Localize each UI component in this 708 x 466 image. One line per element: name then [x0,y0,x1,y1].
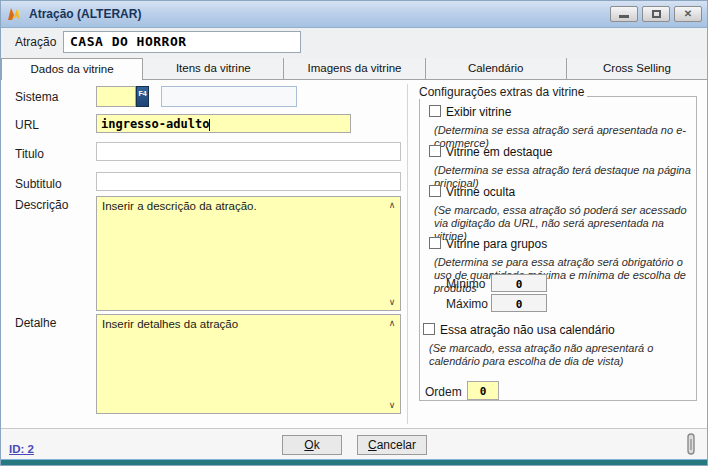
sistema-code-input[interactable] [96,86,136,107]
text-cursor [209,119,210,131]
tab-cross-selling[interactable]: Cross Selling [567,58,707,79]
close-icon: ✕ [684,9,692,19]
sem-calendario-note: (Se marcado, essa atração não apresentar… [429,342,687,368]
tab-itens-da-vitrine[interactable]: Itens da vitrine [143,58,284,79]
exibir-vitrine-checkbox[interactable] [429,105,441,117]
scroll-up-icon[interactable]: ∧ [386,318,398,328]
vitrine-oculta-label: Vitrine oculta [446,185,515,199]
detalhe-value: Inserir detalhes da atração [102,318,238,330]
ordem-label: Ordem [425,385,462,399]
footer-bar: ID: 2 Ok Cancelar [1,428,707,459]
ok-button-label: Ok [283,436,341,452]
subtitulo-input[interactable] [96,172,401,191]
cancel-button[interactable]: Cancelar [357,435,427,455]
descricao-label: Descrição [15,198,68,212]
descricao-textarea[interactable]: Inserir a descrição da atração. ∧ ∨ [96,196,401,311]
record-id-link[interactable]: ID: 2 [9,443,34,455]
vitrine-oculta-checkbox[interactable] [429,185,441,197]
vitrine-grupos-label: Vitrine para grupos [446,237,547,251]
url-value: ingresso-adulto [101,117,209,131]
ok-button[interactable]: Ok [282,435,342,455]
tab-content-dados-da-vitrine: Sistema F4 URL ingresso-adulto Titulo Su… [1,80,707,428]
scroll-down-icon[interactable]: ∨ [386,297,398,307]
detalhe-label: Detalhe [15,316,56,330]
scroll-down-icon[interactable]: ∨ [386,400,398,410]
sistema-label: Sistema [15,90,58,104]
url-label: URL [15,118,39,132]
paperclip-attachment-icon[interactable] [685,432,697,457]
attraction-label: Atração [15,35,56,49]
sem-calendario-checkbox[interactable] [423,323,435,335]
minimo-label: Mínimo [446,277,485,291]
sistema-description-field [161,86,297,107]
exibir-vitrine-label: Exibir vitrine [446,105,511,119]
subtitulo-label: Subtitulo [15,177,62,191]
window-bottom-edge [1,459,707,466]
close-button[interactable]: ✕ [674,6,702,22]
window-title: Atração (ALTERAR) [29,7,141,21]
maximize-icon [652,10,661,18]
title-bar: Atração (ALTERAR) ✕ [1,1,707,28]
app-logo-icon [7,7,23,22]
header-strip: Atração CASA DO HORROR [1,28,707,58]
extras-group-title: Configurações extras da vitrine [416,85,587,99]
tab-dados-da-vitrine[interactable]: Dados da vitrine [1,58,143,81]
cancel-button-label: Cancelar [358,436,426,452]
ordem-input[interactable]: 0 [467,381,499,400]
tab-bar: Dados da vitrine Itens da vitrine Imagen… [1,58,707,80]
descricao-value: Inserir a descrição da atração. [102,200,257,212]
attraction-dialog-window: Atração (ALTERAR) ✕ Atração CASA DO HORR… [0,0,708,466]
titulo-label: Titulo [15,147,44,161]
vitrine-destaque-checkbox[interactable] [429,145,441,157]
attraction-name-field[interactable]: CASA DO HORROR [63,31,301,53]
url-input[interactable]: ingresso-adulto [96,114,351,133]
content-divider [407,84,408,424]
vitrine-destaque-label: Vitrine em destaque [446,145,553,159]
sistema-f4-lookup-button[interactable]: F4 [136,86,149,107]
minimize-icon [619,15,629,18]
maximize-button[interactable] [642,6,670,22]
minimo-input[interactable]: 0 [491,274,547,292]
window-controls: ✕ [610,6,702,22]
tab-calendario[interactable]: Calendário [426,58,567,79]
detalhe-textarea[interactable]: Inserir detalhes da atração ∧ ∨ [96,314,401,414]
sem-calendario-label: Essa atração não usa calendário [440,323,615,337]
titulo-input[interactable] [96,142,401,161]
tab-imagens-da-vitrine[interactable]: Imagens da vitrine [284,58,425,79]
maximo-label: Máximo [446,297,488,311]
scroll-up-icon[interactable]: ∧ [386,200,398,210]
minimize-button[interactable] [610,6,638,22]
maximo-input[interactable]: 0 [491,294,547,312]
vitrine-grupos-checkbox[interactable] [429,237,441,249]
